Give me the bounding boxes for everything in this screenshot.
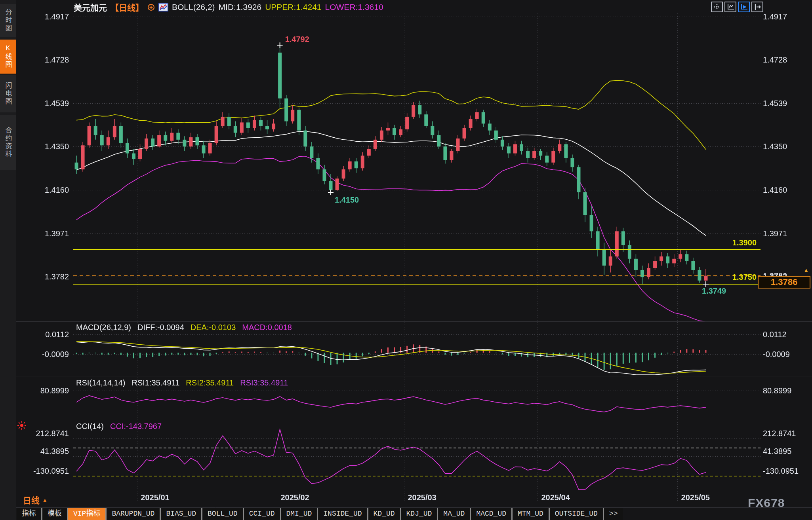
y-axis-label: 1.4728 bbox=[17, 55, 69, 64]
y-axis-label: 0.0112 bbox=[17, 330, 69, 339]
y-axis-label: 1.3971 bbox=[17, 229, 69, 238]
recent-low-price-label: 1.3749 bbox=[702, 287, 726, 296]
chart-toolbar bbox=[711, 2, 763, 12]
chart-play-icon[interactable] bbox=[738, 2, 750, 12]
indicator-tab-8[interactable]: INSIDE_UD bbox=[318, 508, 367, 520]
hline-1375-label: 1.3750 bbox=[720, 273, 757, 282]
rsi-header-row: RSI(14,14,14) RSI1:35.4911 RSI2:35.4911 … bbox=[76, 378, 288, 387]
y-axis-label: 1.4728 bbox=[763, 55, 812, 64]
y-axis-label: 1.4160 bbox=[17, 186, 69, 194]
boll-mid-value: MID:1.3926 bbox=[219, 2, 262, 12]
indicator-tab-3[interactable]: BARUPDN_UD bbox=[107, 508, 160, 520]
boll-lower-value: LOWER:1.3610 bbox=[325, 2, 383, 12]
watermark: FX678 bbox=[748, 496, 785, 510]
macd-macd-value: MACD:0.0018 bbox=[242, 323, 292, 332]
indicator-tab-bar: 指标模板VIP指标BARUPDN_UDBIAS_UDBOLL_UDCCI_UDD… bbox=[17, 508, 623, 520]
period-selector[interactable]: 日线 ▲ bbox=[23, 494, 48, 506]
macd-dea-value: DEA:-0.0103 bbox=[191, 323, 236, 332]
high-price-label: 1.4792 bbox=[285, 35, 309, 44]
rsi3-value: RSI3:35.4911 bbox=[240, 378, 288, 387]
alert-sun-icon[interactable] bbox=[17, 420, 27, 431]
indicator-tab-14[interactable]: OUTSIDE_UD bbox=[550, 508, 603, 520]
mini-chart-icon[interactable] bbox=[158, 3, 168, 11]
indicator-tab-1[interactable]: 模板 bbox=[42, 508, 67, 520]
y-axis-label: 80.8999 bbox=[17, 386, 69, 395]
indicator-tab-15[interactable]: >> bbox=[604, 508, 623, 520]
cci-title: CCI(14) bbox=[76, 422, 104, 431]
y-axis-label: 1.4917 bbox=[763, 12, 812, 21]
y-axis-label: 0.0112 bbox=[763, 330, 812, 339]
y-axis-label: 1.3971 bbox=[763, 229, 812, 238]
indicator-tab-2[interactable]: VIP指标 bbox=[68, 508, 105, 520]
macd-diff-value: DIFF:-0.0094 bbox=[137, 323, 184, 332]
y-axis-label: 41.3895 bbox=[17, 447, 69, 455]
x-axis-month-label: 2025/02 bbox=[280, 493, 309, 502]
y-axis-label: 1.4539 bbox=[17, 99, 69, 108]
indicator-tab-4[interactable]: BIAS_UD bbox=[161, 508, 201, 520]
last-price-badge: 1.3786 bbox=[758, 276, 810, 288]
y-axis-label: -0.0009 bbox=[763, 350, 812, 359]
y-axis-label: -0.0009 bbox=[17, 350, 69, 359]
indicator-tab-12[interactable]: MACD_UD bbox=[471, 508, 511, 520]
sidebar-item-2[interactable]: 闪电图 bbox=[0, 75, 16, 112]
rsi2-value: RSI2:35.4911 bbox=[186, 378, 234, 387]
y-axis-label: -130.0951 bbox=[17, 467, 69, 475]
y-axis-label: 1.4917 bbox=[17, 12, 69, 21]
cci-value: CCI:-143.7967 bbox=[110, 422, 162, 431]
scroll-up-arrow-icon[interactable]: ▲ bbox=[803, 268, 809, 273]
y-axis-label: 1.4160 bbox=[763, 186, 812, 194]
x-axis-month-label: 2025/03 bbox=[408, 493, 436, 502]
period-tag: 【日线】 bbox=[111, 1, 144, 13]
y-axis-label: 212.8741 bbox=[763, 429, 812, 438]
y-axis-label: 1.4350 bbox=[17, 142, 69, 151]
indicator-tab-0[interactable]: 指标 bbox=[17, 508, 41, 520]
period-selector-label: 日线 bbox=[23, 494, 40, 506]
y-axis-label: 41.3895 bbox=[763, 447, 812, 455]
chart-panel-icon[interactable] bbox=[751, 2, 763, 12]
sidebar-item-0[interactable]: 分时图 bbox=[0, 4, 16, 37]
rsi-title: RSI(14,14,14) bbox=[76, 378, 126, 387]
sidebar-item-3[interactable]: 合约资料 bbox=[0, 115, 16, 170]
chart-axes-icon[interactable] bbox=[724, 2, 736, 12]
macd-title: MACD(26,12,9) bbox=[76, 323, 131, 332]
cci-header-row: CCI(14) CCI:-143.7967 bbox=[76, 422, 162, 431]
y-axis-label: 1.4539 bbox=[763, 99, 812, 108]
hline-1390-label: 1.3900 bbox=[720, 238, 757, 247]
x-axis-month-label: 2025/04 bbox=[541, 493, 570, 502]
circle-plus-icon[interactable] bbox=[147, 4, 155, 11]
rsi1-value: RSI1:35.4911 bbox=[132, 378, 180, 387]
chart-canvas[interactable] bbox=[0, 0, 812, 520]
indicator-tab-11[interactable]: MA_UD bbox=[438, 508, 470, 520]
chart-type-sidebar: 分时图K线图闪电图合约资料 bbox=[0, 0, 16, 520]
indicator-tab-7[interactable]: DMI_UD bbox=[281, 508, 317, 520]
macd-header-row: MACD(26,12,9) DIFF:-0.0094 DEA:-0.0103 M… bbox=[76, 323, 292, 332]
pan-crosshair-icon[interactable] bbox=[711, 2, 723, 12]
x-axis-month-label: 2025/05 bbox=[681, 493, 710, 502]
symbol-title: 美元加元 bbox=[74, 1, 107, 13]
indicator-tab-13[interactable]: MTM_UD bbox=[513, 508, 549, 520]
sidebar-item-1[interactable]: K线图 bbox=[0, 40, 16, 74]
indicator-tab-5[interactable]: BOLL_UD bbox=[202, 508, 243, 520]
triangle-up-icon: ▲ bbox=[42, 497, 48, 503]
y-axis-label: -130.0951 bbox=[763, 467, 812, 475]
y-axis-label: 1.3782 bbox=[17, 272, 69, 281]
y-axis-label: 1.4350 bbox=[763, 142, 812, 151]
indicator-tab-10[interactable]: KDJ_UD bbox=[401, 508, 437, 520]
swing-low-price-label: 1.4150 bbox=[335, 195, 359, 205]
indicator-tab-9[interactable]: KD_UD bbox=[368, 508, 400, 520]
x-axis-month-label: 2025/01 bbox=[141, 493, 169, 502]
boll-upper-value: UPPER:1.4241 bbox=[265, 2, 321, 12]
indicator-tab-6[interactable]: CCI_UD bbox=[244, 508, 280, 520]
boll-indicator-title: BOLL(26,2) bbox=[172, 2, 215, 12]
chart-header: 美元加元 【日线】 BOLL(26,2) MID:1.3926 UPPER:1.… bbox=[74, 2, 383, 12]
y-axis-label: 80.8999 bbox=[763, 386, 812, 395]
chart-application-window: 分时图K线图闪电图合约资料 美元加元 【日线】 BOLL(26,2) MID:1… bbox=[0, 0, 812, 520]
